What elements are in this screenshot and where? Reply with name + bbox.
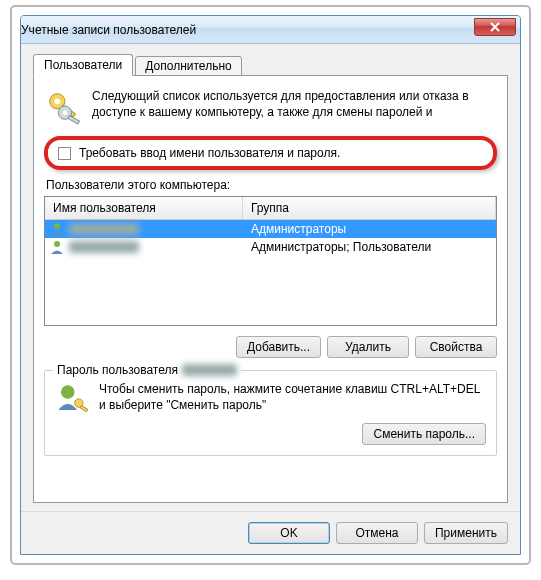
content-area: Пользователи Дополнительно Следующий спи… xyxy=(21,44,520,511)
svg-point-8 xyxy=(61,385,75,399)
window-title: Учетные записи пользователей xyxy=(21,23,196,37)
apply-button[interactable]: Применить xyxy=(424,522,508,544)
svg-rect-10 xyxy=(80,406,88,412)
dialog-window: Учетные записи пользователей Пользовател… xyxy=(20,15,521,555)
username-redacted xyxy=(69,223,139,235)
tab-users-label: Пользователи xyxy=(44,58,122,72)
username-redacted xyxy=(69,241,139,253)
remove-button[interactable]: Удалить xyxy=(327,336,409,358)
close-button[interactable] xyxy=(474,18,516,36)
group-cell: Администраторы xyxy=(243,222,496,236)
svg-point-7 xyxy=(54,241,60,247)
password-text: Чтобы сменить пароль, нажмите сочетание … xyxy=(99,381,486,413)
change-password-button[interactable]: Сменить пароль... xyxy=(362,423,486,445)
list-header: Имя пользователя Группа xyxy=(45,197,496,220)
tab-strip: Пользователи Дополнительно xyxy=(33,54,508,76)
tab-advanced[interactable]: Дополнительно xyxy=(135,56,241,76)
outer-frame: Учетные записи пользователей Пользовател… xyxy=(10,5,531,565)
user-icon xyxy=(49,221,65,237)
user-buttons-row: Добавить... Удалить Свойства xyxy=(44,336,497,358)
svg-point-6 xyxy=(54,223,60,229)
cancel-button[interactable]: Отмена xyxy=(336,522,418,544)
intro-row: Следующий список используется для предос… xyxy=(44,88,497,126)
titlebar: Учетные записи пользователей xyxy=(21,16,520,44)
group-cell: Администраторы; Пользователи xyxy=(243,240,496,254)
svg-point-1 xyxy=(54,98,60,104)
password-user-redacted xyxy=(182,364,237,376)
users-list-label: Пользователи этого компьютера: xyxy=(46,178,497,192)
tab-users[interactable]: Пользователи xyxy=(33,54,133,76)
column-group[interactable]: Группа xyxy=(243,197,496,219)
dialog-footer: OK Отмена Применить xyxy=(21,511,520,554)
password-groupbox: Пароль пользователя Чтобы сменить пароль… xyxy=(44,370,497,456)
users-list[interactable]: Имя пользователя Группа Администраторы xyxy=(44,196,497,326)
tab-advanced-label: Дополнительно xyxy=(145,59,231,73)
table-row[interactable]: Администраторы; Пользователи xyxy=(45,238,496,256)
properties-button[interactable]: Свойства xyxy=(415,336,497,358)
password-legend: Пароль пользователя xyxy=(53,363,241,377)
user-key-icon xyxy=(55,381,89,415)
svg-point-4 xyxy=(63,110,68,115)
column-username[interactable]: Имя пользователя xyxy=(45,197,243,219)
require-password-label: Требовать ввод имени пользователя и паро… xyxy=(79,146,340,160)
ok-button[interactable]: OK xyxy=(248,522,330,544)
require-password-highlight: Требовать ввод имени пользователя и паро… xyxy=(44,136,497,170)
user-icon xyxy=(49,239,65,255)
table-row[interactable]: Администраторы xyxy=(45,220,496,238)
tab-panel: Следующий список используется для предос… xyxy=(33,75,508,503)
intro-text: Следующий список используется для предос… xyxy=(92,88,497,126)
add-button[interactable]: Добавить... xyxy=(236,336,321,358)
close-icon xyxy=(490,22,500,32)
keys-icon xyxy=(44,88,82,126)
require-password-checkbox[interactable] xyxy=(58,147,71,160)
